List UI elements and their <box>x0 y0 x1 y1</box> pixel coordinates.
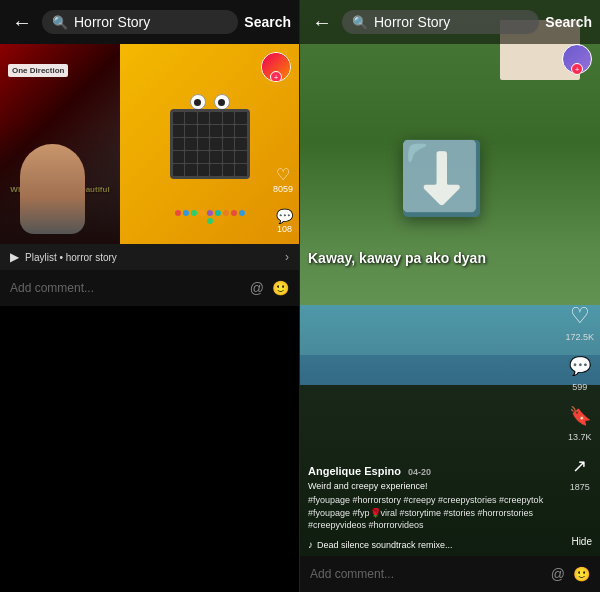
left-comment-bar: Add comment... @ 🙂 <box>0 270 299 306</box>
right-comment-action[interactable]: 💬 599 <box>566 352 594 392</box>
download-arrow-icon: ⬇️ <box>398 137 485 219</box>
right-search-box[interactable]: 🔍 Horror Story <box>342 10 539 34</box>
kawaii-text: Kaway, kaway pa ako dyan <box>308 249 550 267</box>
thumb-video-2[interactable]: + ♡ 8059 💬 108 <box>120 44 299 244</box>
right-search-text: Horror Story <box>374 14 529 30</box>
left-search-box[interactable]: 🔍 Horror Story <box>42 10 238 34</box>
left-search-button[interactable]: Search <box>244 14 291 30</box>
right-music-icon: ♪ <box>308 539 313 550</box>
right-username: Angelique Espino <box>308 465 401 477</box>
emoji-icon[interactable]: 🙂 <box>272 280 289 296</box>
right-heart-icon: ♡ <box>566 302 594 330</box>
follow-plus-badge[interactable]: + <box>270 71 282 82</box>
right-sound-text: Dead silence soundtrack remixe... <box>317 540 453 550</box>
right-panel: ⬇️ ← 🔍 Horror Story Search + Kaway, kawa… <box>300 0 600 592</box>
right-share-icon: ↗ <box>566 452 594 480</box>
right-sound-line: ♪ Dead silence soundtrack remixe... <box>308 539 540 550</box>
right-comment-bar: Add comment... @ 🙂 <box>300 556 600 592</box>
right-date: 04-20 <box>408 467 431 477</box>
at-icon[interactable]: @ <box>250 280 264 296</box>
right-description: Weird and creepy experience! <box>308 480 545 493</box>
left-panel: ← 🔍 Horror Story Search One Direction Wh… <box>0 0 300 592</box>
right-comment-input[interactable]: Add comment... <box>310 567 543 581</box>
right-search-button[interactable]: Search <box>545 14 592 30</box>
googly-eyes <box>190 94 230 110</box>
right-shares-count: 1875 <box>570 482 590 492</box>
right-top-bar: ← 🔍 Horror Story Search <box>300 0 600 44</box>
right-username-line: Angelique Espino 04-20 <box>308 465 545 477</box>
right-at-icon[interactable]: @ <box>551 566 565 582</box>
right-hashtags: #fyoupage #horrorstory #creepy #creepyst… <box>308 494 545 532</box>
right-hide-button[interactable]: Hide <box>571 536 592 547</box>
thumb-2-comments: 💬 108 <box>276 208 293 234</box>
chevron-right-icon: › <box>285 250 289 264</box>
left-search-text: Horror Story <box>74 14 228 30</box>
right-follow-badge[interactable]: + <box>571 63 583 75</box>
playlist-info: ▶ Playlist • horror story <box>10 250 117 264</box>
right-emoji-icon[interactable]: 🙂 <box>573 566 590 582</box>
right-bookmark-action[interactable]: 🔖 13.7K <box>566 402 594 442</box>
back-button[interactable]: ← <box>8 11 36 34</box>
left-top-bar: ← 🔍 Horror Story Search <box>0 0 299 44</box>
left-thumbnails: One Direction What Makes You Beautiful G… <box>0 44 299 244</box>
right-comments-count: 599 <box>572 382 587 392</box>
thumb-2-avatar[interactable]: + <box>261 52 291 82</box>
thumb-1-bg: One Direction What Makes You Beautiful G… <box>0 44 120 244</box>
right-comment-icons: @ 🙂 <box>551 566 590 582</box>
band-label: One Direction <box>8 64 68 77</box>
left-video-area: One Direction What Makes You Beautiful G… <box>0 44 299 592</box>
search-icon: 🔍 <box>52 15 68 30</box>
right-comment-icon: 💬 <box>566 352 594 380</box>
playlist-bar[interactable]: ▶ Playlist • horror story › <box>0 244 299 270</box>
right-search-icon: 🔍 <box>352 15 368 30</box>
right-overlay-text: Kaway, kaway pa ako dyan <box>308 249 550 267</box>
right-likes-count: 172.5K <box>565 332 594 342</box>
thumb-2-likes: ♡ 8059 <box>273 165 293 194</box>
right-bookmark-icon: 🔖 <box>566 402 594 430</box>
playlist-icon: ▶ <box>10 250 19 264</box>
right-saves-count: 13.7K <box>568 432 592 442</box>
right-avatar[interactable]: + <box>562 44 592 74</box>
left-comment-icons: @ 🙂 <box>250 280 289 296</box>
right-caption: Angelique Espino 04-20 Weird and creepy … <box>308 465 545 532</box>
right-heart-action[interactable]: ♡ 172.5K <box>565 302 594 342</box>
right-share-action[interactable]: ↗ 1875 <box>566 452 594 492</box>
right-side-actions: ♡ 172.5K 💬 599 🔖 13.7K ↗ 1875 <box>565 302 594 492</box>
grill-box <box>170 109 250 179</box>
left-comment-input[interactable]: Add comment... <box>10 281 242 295</box>
colorful-items <box>175 210 245 224</box>
right-back-button[interactable]: ← <box>308 11 336 34</box>
thumb-video-1[interactable]: One Direction What Makes You Beautiful G… <box>0 44 120 244</box>
pool-area <box>300 305 600 385</box>
playlist-label: Playlist • horror story <box>25 252 117 263</box>
